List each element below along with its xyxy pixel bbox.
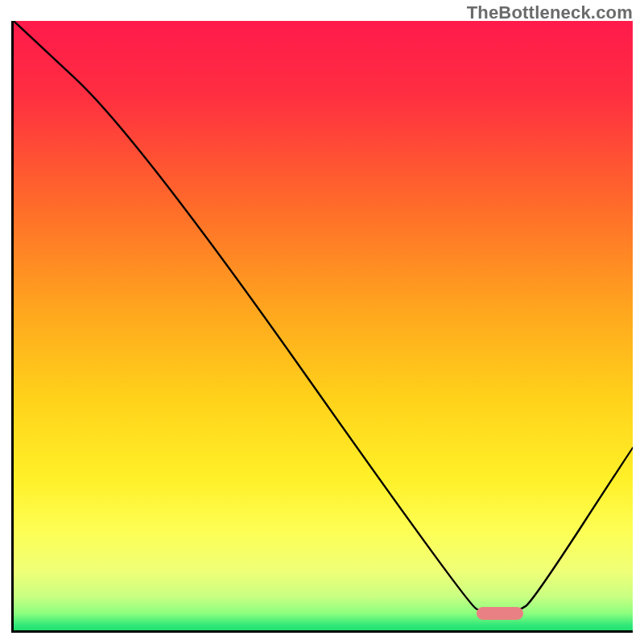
plot-area (11, 21, 633, 633)
chart-container: TheBottleneck.com (0, 0, 644, 644)
bottleneck-curve (14, 21, 633, 630)
optimal-marker (477, 607, 523, 620)
